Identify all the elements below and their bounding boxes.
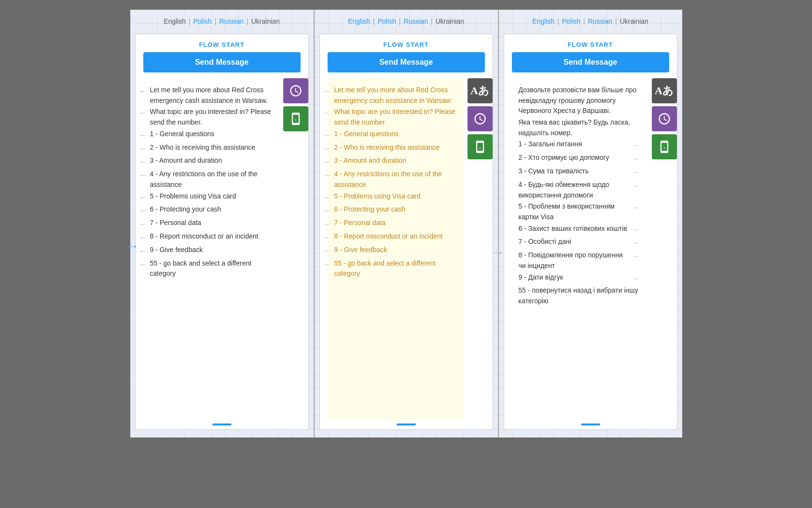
history-button[interactable]: [283, 78, 308, 103]
message-text: 1 - General questions: [150, 129, 273, 140]
arrow-left-blue-icon: ←: [139, 192, 148, 204]
message-text: 9 - Give feedback: [334, 245, 457, 255]
arrow-right-gray-icon: ←: [633, 224, 641, 236]
side-buttons: Aあ: [652, 78, 677, 159]
message-row: ←Let me tell you more about Red Cross em…: [334, 85, 457, 106]
history-button[interactable]: [652, 106, 677, 131]
message-row: ←5 - Problems using Visa card: [334, 191, 457, 204]
arrow-left-blue-icon: ←: [139, 259, 148, 271]
message-text: Let me tell you more about Red Cross eme…: [150, 85, 273, 106]
message-text: 3 - Amount and duration: [334, 155, 457, 166]
arrow-left-blue-icon: ←: [139, 232, 148, 244]
lang-ukrainian: Ukrainian: [620, 17, 648, 25]
lang-polish[interactable]: Polish: [562, 17, 580, 25]
send-message-button[interactable]: Send Message: [512, 52, 669, 72]
message-text: 8 - Report misconduct or an incident: [334, 231, 457, 242]
phone-button[interactable]: [468, 134, 493, 159]
flow-start-label: FLOW START: [504, 34, 677, 52]
arrow-left-gray-icon: ←: [324, 143, 332, 155]
lang-english: English: [164, 17, 186, 25]
message-row: 9 - Дати відгук←: [519, 272, 641, 285]
message-text: What topic are you interested in? Please…: [150, 107, 273, 127]
message-text: 7 - Personal data: [334, 218, 457, 228]
message-text: 6 - Protecting your cash: [334, 204, 457, 215]
message-row: 6 - Захист ваших готівкових коштів←: [519, 224, 641, 236]
lang-separator: |: [215, 17, 217, 25]
history-button[interactable]: [468, 106, 493, 131]
outer-arrow-right-icon: →: [126, 239, 139, 254]
message-row: ←What topic are you interested in? Pleas…: [150, 107, 273, 127]
message-row: ←9 - Give feedback: [150, 245, 273, 257]
message-row: ←5 - Problems using Visa card: [150, 191, 273, 204]
arrow-left-blue-icon: ←: [139, 218, 148, 230]
panel-panel3: English|Polish|Russian|UkrainianFLOW STA…: [499, 10, 682, 437]
arrow-left-blue-icon: ←: [139, 245, 148, 257]
arrow-left-gray-icon: ←: [324, 245, 332, 257]
arrow-right-gray-icon: ←: [633, 251, 641, 263]
phone-mockup: FLOW STARTSend MessageДозвольте розповіс…: [504, 34, 677, 430]
panels-container: English|Polish|Russian|UkrainianFLOW STA…: [130, 10, 682, 437]
phone-button[interactable]: [283, 106, 308, 131]
message-row: ←What topic are you interested in? Pleas…: [334, 107, 457, 127]
lang-russian[interactable]: Russian: [219, 17, 244, 25]
ab-label: Aあ: [655, 84, 674, 98]
message-row: ←Let me tell you more about Red Cross em…: [150, 85, 273, 106]
message-row: 4 - Будь-які обмеження щодо використання…: [519, 180, 641, 200]
flow-start-label: FLOW START: [320, 34, 493, 52]
lang-russian[interactable]: Russian: [588, 17, 612, 25]
scroll-indicator: [212, 423, 232, 425]
message-row: ←7 - Personal data: [334, 218, 457, 230]
arrow-left-blue-icon: ←: [139, 129, 148, 141]
message-area: ←Let me tell you more about Red Cross em…: [320, 72, 493, 420]
arrow-left-gray-icon: ←: [324, 85, 332, 98]
message-text: 6 - Захист ваших готівкових коштів: [519, 224, 631, 234]
message-row: ←6 - Protecting your cash: [150, 204, 273, 217]
arrow-right-gray-icon: ←: [633, 167, 641, 179]
message-row: ←3 - Amount and duration: [150, 155, 273, 168]
panel2-outer-right-arrow-icon: →: [491, 245, 505, 260]
message-row: ←2 - Who is receiving this assistance: [150, 142, 273, 155]
message-text: Яка тема вас цікавить? Будь ласка, надіш…: [519, 117, 641, 138]
lang-separator: |: [189, 17, 191, 25]
arrow-left-blue-icon: ←: [139, 143, 148, 155]
message-text: 7 - Personal data: [150, 218, 273, 228]
message-text: 1 - General questions: [334, 129, 457, 140]
lang-separator: |: [615, 17, 617, 25]
message-text: 5 - Problems using Visa card: [334, 191, 457, 202]
lang-polish[interactable]: Polish: [378, 17, 396, 25]
lang-english[interactable]: English: [532, 17, 554, 25]
message-row: ←3 - Amount and duration: [334, 155, 457, 168]
arrow-right-gray-icon: ←: [633, 202, 641, 214]
arrow-right-gray-icon: ←: [633, 180, 641, 192]
lang-ukrainian: Ukrainian: [436, 17, 464, 25]
message-text: 7 - Особисті дані: [519, 237, 631, 247]
message-row: 5 - Проблеми з використанням картки Visa…: [519, 201, 641, 222]
message-row: ←4 - Any restrictions on the use of the …: [150, 169, 273, 190]
arrow-left-gray-icon: ←: [324, 192, 332, 204]
message-row: ←1 - General questions: [334, 129, 457, 141]
panel-panel1: English|Polish|Russian|UkrainianFLOW STA…: [130, 10, 315, 437]
message-row: ←55 - go back and select a different cat…: [334, 258, 457, 279]
message-row: ←1 - General questions: [150, 129, 273, 141]
message-text: 55 - go back and select a different cate…: [150, 258, 273, 279]
message-area: ←Let me tell you more about Red Cross em…: [136, 72, 308, 420]
send-message-button[interactable]: Send Message: [143, 52, 301, 72]
lang-separator: |: [557, 17, 559, 25]
side-buttons: Aあ: [468, 78, 493, 159]
send-message-button[interactable]: Send Message: [328, 52, 485, 72]
lang-english[interactable]: English: [348, 17, 370, 25]
lang-russian[interactable]: Russian: [403, 17, 428, 25]
arrow-left-blue-icon: ←: [139, 85, 148, 98]
message-text: 55 - повернутися назад і вибрати іншу ка…: [519, 285, 641, 306]
message-text: Let me tell you more about Red Cross eme…: [334, 85, 457, 106]
message-box: Дозвольте розповісти вам більше про неві…: [512, 78, 648, 420]
lang-polish[interactable]: Polish: [193, 17, 212, 25]
ab-test-button[interactable]: Aあ: [652, 78, 677, 103]
message-text: 8 - Report misconduct or an incident: [150, 231, 273, 242]
scroll-indicator: [397, 423, 416, 425]
message-text: 4 - Будь-які обмеження щодо використання…: [519, 180, 631, 200]
phone-button[interactable]: [652, 134, 677, 159]
ab-test-button[interactable]: Aあ: [468, 78, 493, 103]
message-text: 4 - Any restrictions on the use of the a…: [334, 169, 457, 190]
arrow-left-gray-icon: ←: [324, 169, 332, 182]
